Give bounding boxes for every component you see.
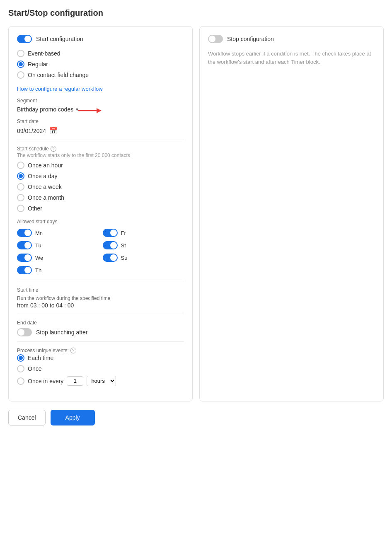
start-toggle[interactable] bbox=[17, 35, 32, 43]
process-unique-radio-group: Each time Once Once in every hours days … bbox=[17, 354, 184, 386]
radio-contact-field-circle bbox=[17, 71, 24, 79]
apply-button[interactable]: Apply bbox=[51, 410, 95, 425]
time-to-value: 04 : 00 bbox=[56, 302, 74, 309]
time-from-min: 00 bbox=[41, 302, 48, 309]
segment-value: Birthday promo codes bbox=[17, 106, 73, 113]
process-once-circle bbox=[17, 365, 24, 372]
day-we-toggle[interactable] bbox=[17, 254, 32, 262]
time-from-value: 03 : 00 bbox=[30, 302, 48, 309]
stop-toggle[interactable] bbox=[208, 35, 223, 43]
schedule-once-day-label: Once a day bbox=[28, 173, 58, 179]
radio-contact-field-label: On contact field change bbox=[28, 72, 89, 78]
day-tu-toggle[interactable] bbox=[17, 241, 32, 249]
allowed-days-label: Allowed start days bbox=[17, 219, 184, 225]
schedule-once-week[interactable]: Once a week bbox=[17, 183, 184, 191]
process-each-time-circle bbox=[17, 354, 24, 362]
process-once[interactable]: Once bbox=[17, 365, 184, 372]
schedule-other-circle bbox=[17, 205, 24, 212]
panels-row: Start configuration Event-based Regular … bbox=[8, 26, 384, 401]
page-title: Start/Stop configuration bbox=[8, 8, 384, 18]
calendar-icon[interactable]: 📅 bbox=[49, 127, 58, 135]
time-to-label: to bbox=[50, 302, 55, 309]
schedule-other[interactable]: Other bbox=[17, 205, 184, 212]
day-su-label: Su bbox=[121, 255, 128, 261]
stop-panel-title: Stop configuration bbox=[227, 36, 274, 42]
day-th-label: Th bbox=[35, 267, 41, 273]
process-once-every-circle bbox=[17, 377, 24, 385]
schedule-once-week-circle bbox=[17, 183, 24, 191]
day-tu-label: Tu bbox=[35, 242, 41, 249]
start-schedule-section-label: Start schedule ? bbox=[17, 146, 184, 152]
workflow-type-group: Event-based Regular On contact field cha… bbox=[17, 50, 184, 79]
process-unique-help-icon[interactable]: ? bbox=[70, 348, 76, 353]
process-each-time[interactable]: Each time bbox=[17, 354, 184, 362]
process-unique-label: Process unique events: bbox=[17, 348, 69, 353]
cancel-button[interactable]: Cancel bbox=[8, 410, 46, 425]
day-mn-toggle[interactable] bbox=[17, 229, 32, 237]
day-fr-toggle[interactable] bbox=[103, 229, 118, 237]
day-tu: Tu bbox=[17, 241, 99, 249]
radio-regular-circle bbox=[17, 60, 24, 68]
divider-2 bbox=[17, 281, 184, 281]
once-every-row: Once in every hours days weeks bbox=[28, 376, 116, 386]
end-date-label: End date bbox=[17, 320, 184, 326]
schedule-once-month-label: Once a month bbox=[28, 194, 64, 201]
radio-event-based-label: Event-based bbox=[28, 50, 60, 57]
radio-regular[interactable]: Regular bbox=[17, 60, 184, 68]
radio-event-based[interactable]: Event-based bbox=[17, 50, 184, 57]
segment-dropdown[interactable]: Birthday promo codes ▾ bbox=[17, 106, 78, 113]
start-panel-title: Start configuration bbox=[36, 36, 83, 42]
day-su-toggle[interactable] bbox=[103, 254, 118, 262]
day-mn-label: Mn bbox=[35, 230, 43, 236]
day-fr: Fr bbox=[103, 229, 184, 237]
start-schedule-label: Start schedule bbox=[17, 146, 49, 152]
radio-regular-label: Regular bbox=[28, 61, 48, 68]
start-schedule-sublabel: The workflow starts only to the first 20… bbox=[17, 152, 184, 158]
segment-container: Birthday promo codes ▾ bbox=[17, 106, 78, 113]
start-date-value: 09/01/2024 bbox=[17, 128, 46, 134]
schedule-once-day-circle bbox=[17, 172, 24, 180]
day-fr-label: Fr bbox=[121, 230, 126, 236]
start-time-sublabel: Run the workflow during the specified ti… bbox=[17, 295, 184, 301]
stop-panel-description: Workflow stops earlier if a condition is… bbox=[208, 50, 375, 66]
start-schedule-help-icon[interactable]: ? bbox=[51, 146, 56, 152]
day-mn: Mn bbox=[17, 229, 99, 237]
start-panel-header: Start configuration bbox=[17, 35, 184, 43]
schedule-once-month-circle bbox=[17, 194, 24, 201]
start-time-label: Start time bbox=[17, 287, 184, 293]
process-once-every[interactable]: Once in every hours days weeks bbox=[17, 376, 184, 386]
bottom-buttons: Cancel Apply bbox=[8, 410, 384, 425]
process-once-label: Once bbox=[28, 365, 41, 372]
day-we-label: We bbox=[35, 255, 43, 261]
stop-panel-header: Stop configuration bbox=[208, 35, 375, 43]
schedule-once-month[interactable]: Once a month bbox=[17, 194, 184, 201]
day-st: St bbox=[103, 241, 184, 249]
schedule-once-hour[interactable]: Once an hour bbox=[17, 162, 184, 169]
time-from-hour: 03 bbox=[30, 302, 37, 309]
day-th: Th bbox=[17, 266, 99, 274]
day-we: We bbox=[17, 254, 99, 262]
once-every-text: Once in every bbox=[28, 378, 63, 384]
day-st-label: St bbox=[121, 242, 126, 249]
radio-contact-field[interactable]: On contact field change bbox=[17, 71, 184, 79]
once-every-input[interactable] bbox=[67, 376, 83, 386]
schedule-other-label: Other bbox=[28, 205, 42, 212]
radio-event-based-circle bbox=[17, 50, 24, 57]
day-su: Su bbox=[103, 254, 184, 262]
schedule-once-day[interactable]: Once a day bbox=[17, 172, 184, 180]
day-th-toggle[interactable] bbox=[17, 266, 32, 274]
schedule-once-week-label: Once a week bbox=[28, 184, 62, 190]
start-time-row: from 03 : 00 to 04 : 00 bbox=[17, 302, 184, 309]
configure-link[interactable]: How to configure a regular workflow bbox=[17, 86, 103, 92]
day-st-toggle[interactable] bbox=[103, 241, 118, 249]
svg-marker-1 bbox=[97, 108, 102, 113]
time-from-label: from bbox=[17, 302, 29, 309]
red-arrow-indicator bbox=[78, 106, 103, 115]
end-date-toggle-label: Stop launching after bbox=[36, 329, 88, 336]
schedule-once-hour-label: Once an hour bbox=[28, 162, 63, 169]
day-toggles-grid: Mn Fr Tu St We Su bbox=[17, 229, 184, 274]
end-date-toggle[interactable] bbox=[17, 328, 32, 336]
start-panel: Start configuration Event-based Regular … bbox=[8, 26, 193, 401]
process-unique-section-label: Process unique events: ? bbox=[17, 348, 184, 353]
once-every-unit-select[interactable]: hours days weeks bbox=[87, 376, 116, 386]
